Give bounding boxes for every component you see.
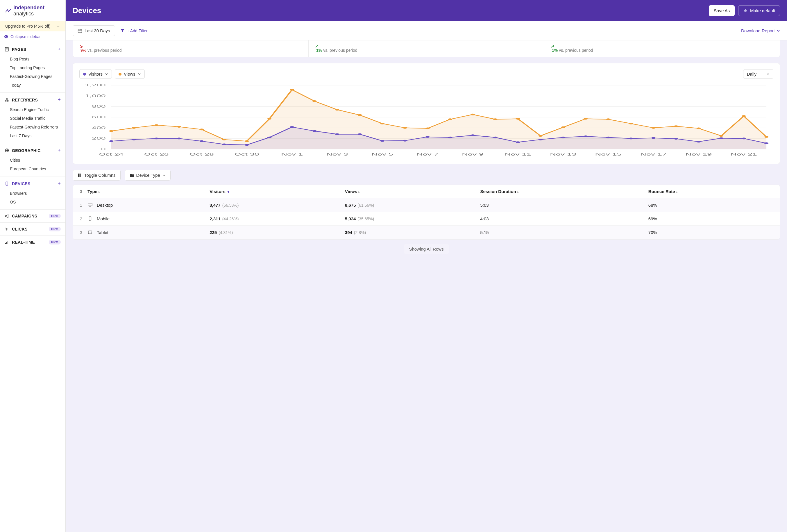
svg-point-96: [335, 133, 339, 135]
sidebar-item-os[interactable]: OS: [0, 198, 65, 207]
col-bounce-rate[interactable]: Bounce Rate▸: [643, 185, 780, 198]
svg-text:1,200: 1,200: [85, 83, 106, 87]
svg-point-60: [200, 128, 204, 130]
svg-point-115: [764, 143, 768, 144]
nav-section-clicks[interactable]: CLICKSPRO: [0, 222, 65, 235]
plus-icon[interactable]: +: [58, 97, 61, 103]
topbar: Devices Save As Make default: [66, 0, 787, 21]
metric-views-chip[interactable]: Views: [115, 69, 145, 79]
collapse-label: Collapse sidebar: [10, 34, 41, 39]
plus-icon[interactable]: +: [58, 46, 61, 52]
toggle-columns-button[interactable]: Toggle Columns: [73, 170, 121, 180]
col-session-duration[interactable]: Session Duration▸: [475, 185, 643, 198]
svg-rect-118: [88, 203, 92, 206]
nav-section-pages[interactable]: PAGES+: [0, 42, 65, 54]
sidebar-item-blog-posts[interactable]: Blog Posts: [0, 55, 65, 63]
svg-text:Nov 1: Nov 1: [281, 152, 303, 156]
svg-point-78: [606, 119, 610, 120]
svg-text:Nov 15: Nov 15: [595, 152, 622, 156]
svg-text:0: 0: [101, 147, 106, 151]
svg-rect-117: [80, 174, 81, 177]
table-card: 3Type▸Visitors▼Views▸Session Duration▸Bo…: [73, 185, 780, 239]
svg-point-75: [538, 135, 543, 136]
svg-point-113: [719, 137, 723, 139]
logo-chart-icon: [5, 8, 12, 13]
svg-point-103: [493, 136, 497, 139]
col-visitors[interactable]: Visitors▼: [204, 185, 340, 198]
col-type[interactable]: Type▸: [82, 185, 204, 198]
chart: 02004006008001,0001,200Oct 24Oct 26Oct 2…: [79, 82, 773, 158]
main: Devices Save As Make default Last 30 Day…: [66, 0, 787, 532]
svg-point-89: [177, 138, 181, 140]
sidebar-item-social-media-traffic[interactable]: Social Media Traffic: [0, 114, 65, 123]
collapse-sidebar-button[interactable]: Collapse sidebar: [0, 31, 65, 42]
sidebar-item-fastest-growing-pages[interactable]: Fastest-Growing Pages: [0, 72, 65, 81]
nav-section-devices[interactable]: DEVICES+: [0, 176, 65, 188]
chart-card: Visitors Views Daily: [73, 63, 780, 164]
sidebar-item-cities[interactable]: Cities: [0, 156, 65, 165]
svg-point-104: [516, 141, 520, 143]
mobile-icon: [87, 216, 93, 221]
svg-point-77: [583, 118, 588, 120]
svg-point-69: [403, 127, 407, 129]
col-views[interactable]: Views▸: [340, 185, 475, 198]
sidebar-item-european-countries[interactable]: European Countries: [0, 165, 65, 173]
sidebar-item-browsers[interactable]: Browsers: [0, 189, 65, 198]
interval-select[interactable]: Daily: [743, 69, 773, 79]
sidebar-item-top-landing-pages[interactable]: Top Landing Pages: [0, 63, 65, 72]
svg-line-17: [5, 227, 5, 228]
nav-section-campaigns[interactable]: CAMPAIGNSPRO: [0, 209, 65, 222]
svg-point-102: [470, 134, 474, 136]
sidebar-item-last-7-days[interactable]: Last 7 Days: [0, 131, 65, 140]
svg-rect-20: [5, 243, 6, 244]
svg-point-86: [109, 141, 113, 142]
device-type-select[interactable]: Device Type: [125, 170, 171, 180]
showing-rows: Showing All Rows: [73, 239, 780, 254]
svg-text:Nov 21: Nov 21: [731, 152, 757, 156]
trend-up-icon: [315, 44, 538, 48]
nav-section-geographic[interactable]: GEOGRAPHIC+: [0, 143, 65, 155]
pages-icon: [5, 47, 9, 51]
download-report-button[interactable]: Download Report: [741, 28, 780, 33]
svg-text:Nov 5: Nov 5: [371, 152, 393, 156]
svg-point-84: [742, 115, 746, 117]
svg-point-74: [516, 118, 520, 120]
svg-line-18: [5, 229, 5, 230]
trend-down-icon: [79, 44, 302, 48]
upgrade-banner[interactable]: Upgrade to Pro (45% off) →: [0, 21, 65, 31]
save-as-button[interactable]: Save As: [709, 5, 735, 16]
chevron-down-icon: [777, 29, 780, 33]
svg-text:Oct 28: Oct 28: [190, 152, 214, 156]
svg-point-101: [448, 136, 452, 139]
calendar-icon: [78, 28, 82, 33]
plus-icon[interactable]: +: [58, 147, 61, 153]
svg-point-105: [538, 139, 543, 141]
svg-point-16: [7, 185, 7, 185]
sidebar-item-fastest-growing-referrers[interactable]: Fastest-Growing Referrers: [0, 123, 65, 131]
add-filter-button[interactable]: + Add Filter: [120, 28, 148, 33]
svg-point-83: [719, 135, 723, 136]
svg-point-1: [8, 11, 9, 12]
sidebar-item-search-engine-traffic[interactable]: Search Engine Traffic: [0, 105, 65, 114]
table-row[interactable]: 2Mobile2,311(44.26%)5,024(35.65%)4:0369%: [73, 212, 780, 226]
date-range-button[interactable]: Last 30 Days: [73, 25, 115, 36]
svg-point-109: [629, 138, 633, 140]
geographic-icon: [5, 148, 9, 153]
svg-point-91: [222, 144, 226, 145]
table-row[interactable]: 3Tablet225(4.31%)394(2.8%)5:1570%: [73, 226, 780, 239]
upgrade-label: Upgrade to Pro (45% off): [5, 24, 50, 28]
svg-text:Nov 9: Nov 9: [462, 152, 484, 156]
nav-section-referrers[interactable]: REFERRERS+: [0, 93, 65, 105]
svg-point-110: [651, 137, 655, 139]
nav-section-real-time[interactable]: REAL-TIMEPRO: [0, 235, 65, 249]
svg-text:800: 800: [92, 105, 106, 109]
svg-text:Nov 13: Nov 13: [550, 152, 576, 156]
plus-icon[interactable]: +: [58, 180, 61, 187]
metric-visitors-chip[interactable]: Visitors: [79, 69, 112, 79]
sidebar-item-today[interactable]: Today: [0, 81, 65, 89]
make-default-button[interactable]: Make default: [738, 5, 780, 16]
table-row[interactable]: 1Desktop3,477(66.58%)8,675(61.56%)5:0368…: [73, 198, 780, 212]
columns-icon: [78, 173, 82, 177]
svg-point-73: [493, 119, 497, 120]
svg-point-59: [177, 126, 181, 128]
